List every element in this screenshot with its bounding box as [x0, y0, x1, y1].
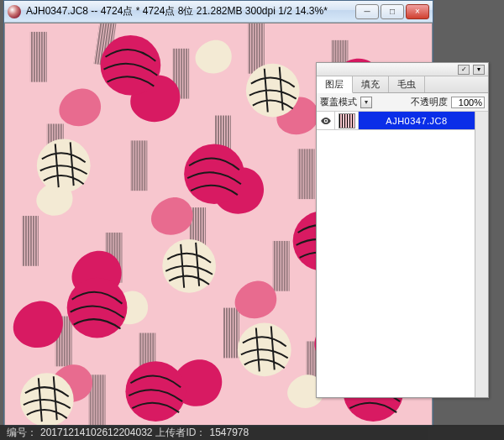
app-icon — [8, 5, 21, 18]
eye-icon — [320, 115, 332, 127]
item-id-value: 20171214102612204032 — [40, 427, 152, 438]
blend-mode-row: 覆盖模式 ▾ 不透明度 100% — [317, 93, 488, 112]
uploader-id-label: 上传者ID： — [155, 426, 206, 440]
panel-menu-button[interactable]: ▾ — [473, 65, 485, 75]
window-controls: ─ □ × — [355, 4, 429, 19]
titlebar[interactable]: AJH0347.JC8 -- 4724点 * 4724点 8位 21.282MB… — [4, 1, 433, 23]
minimize-button[interactable]: ─ — [355, 4, 379, 19]
thumbnail-image — [339, 113, 355, 128]
opacity-label: 不透明度 — [411, 96, 448, 108]
layer-name[interactable]: AJH0347.JC8 — [359, 112, 475, 129]
info-bar: 编号： 20171214102612204032 上传者ID： 1547978 — [0, 425, 504, 440]
layer-thumbnail[interactable] — [335, 112, 359, 129]
close-button[interactable]: × — [406, 4, 429, 19]
panel-pin-button[interactable]: ✓ — [458, 65, 470, 75]
item-id-label: 编号： — [7, 426, 37, 440]
opacity-input[interactable]: 100% — [451, 97, 485, 108]
tab-brush[interactable]: 毛虫 — [389, 76, 425, 92]
tab-layers[interactable]: 图层 — [317, 76, 353, 93]
panel-tabs: 图层 填充 毛虫 — [317, 76, 488, 93]
blend-mode-select[interactable]: ▾ — [360, 97, 372, 108]
layers-panel[interactable]: ✓ ▾ 图层 填充 毛虫 覆盖模式 ▾ 不透明度 100% — [316, 62, 489, 398]
svg-point-7 — [324, 119, 326, 121]
layer-row[interactable]: AJH0347.JC8 — [317, 112, 475, 130]
maximize-button[interactable]: □ — [381, 4, 404, 19]
visibility-toggle[interactable] — [317, 112, 335, 129]
blend-mode-label: 覆盖模式 — [320, 96, 357, 108]
panel-scrollbar[interactable] — [475, 112, 488, 397]
panel-header: ✓ ▾ — [317, 63, 488, 76]
tab-fill[interactable]: 填充 — [353, 76, 389, 92]
layer-list-empty — [317, 130, 475, 397]
window-title: AJH0347.JC8 -- 4724点 * 4724点 8位 21.282MB… — [26, 4, 355, 18]
panel-body: AJH0347.JC8 — [317, 112, 488, 397]
uploader-id-value: 1547978 — [209, 427, 249, 438]
